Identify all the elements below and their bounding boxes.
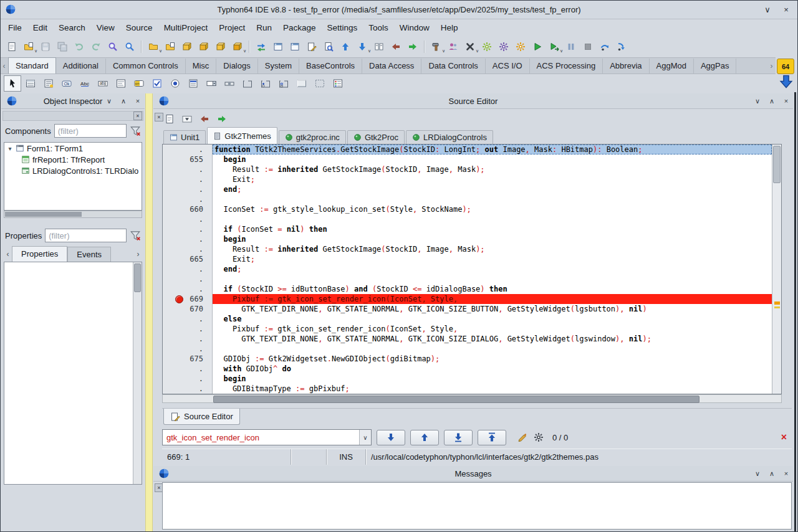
palette-tab-data-access[interactable]: Data Access	[362, 59, 421, 74]
component-tcombobox[interactable]	[203, 75, 220, 92]
run-parameters-button[interactable]: ∨	[445, 39, 461, 54]
menu-view[interactable]: View	[91, 19, 120, 36]
palette-tab-aggmod[interactable]: AggMod	[650, 59, 694, 74]
se-jump-back-button[interactable]	[198, 113, 211, 125]
code-line[interactable]: 665 Exit;	[163, 254, 772, 264]
code-line[interactable]: . Result := inherited GetStockImage(Stoc…	[163, 164, 772, 174]
component-ttogglebox[interactable]: on	[130, 75, 148, 92]
hscroll-thumb[interactable]	[213, 396, 699, 403]
gutter-cell[interactable]: .	[163, 234, 213, 244]
palette-tab-system[interactable]: System	[258, 59, 299, 74]
editor-tab-unit1[interactable]: Unit1	[163, 130, 206, 144]
run-file-button[interactable]: ∨	[546, 39, 562, 54]
oi-menu-button[interactable]: ∨	[105, 97, 113, 105]
menu-multiproject[interactable]: MultiProject	[158, 19, 214, 36]
component-tpanel[interactable]	[293, 75, 310, 92]
gutter-cell[interactable]: 665	[163, 254, 213, 264]
menu-source[interactable]: Source	[120, 19, 158, 36]
component-tcheckbox[interactable]	[148, 75, 166, 92]
se-jump-forward-button[interactable]	[216, 113, 228, 125]
gutter-cell[interactable]: .	[163, 194, 213, 204]
gutter-cell[interactable]: .	[163, 214, 213, 224]
palette-tab-common-controls[interactable]: Common Controls	[106, 59, 186, 74]
tree-hscroll-thumb[interactable]	[5, 212, 82, 217]
goto-top-button[interactable]	[478, 430, 506, 445]
palette-tab-additional[interactable]: Additional	[56, 59, 106, 74]
menu-package[interactable]: Package	[277, 19, 322, 36]
oi-collapse-button[interactable]: ∧	[119, 97, 128, 105]
gutter-cell[interactable]: .	[163, 184, 213, 194]
gutter-cell[interactable]: .	[163, 224, 213, 234]
code-line[interactable]: . begin	[163, 374, 772, 384]
editor-vscrollbar[interactable]	[772, 145, 781, 394]
inspector-tabs-scroll-right[interactable]: ›	[134, 247, 142, 262]
messages-titlebar[interactable]: Messages ∨∧×	[153, 466, 793, 482]
menu-tools[interactable]: Tools	[363, 19, 394, 36]
gutter-cell[interactable]: 669	[163, 294, 213, 304]
component-tmainmenu[interactable]	[22, 75, 39, 92]
source-editor-button[interactable]: ∨	[304, 39, 319, 54]
code-explorer-button[interactable]: ∨	[320, 39, 336, 54]
oi-tab-events[interactable]: Events	[67, 247, 111, 262]
gutter-cell[interactable]: 655	[163, 154, 213, 164]
gutter-cell[interactable]: .	[163, 344, 213, 354]
search-term-combo[interactable]: gtk_icon_set_render_icon ∨	[162, 429, 372, 445]
goto-bottom-button[interactable]	[444, 430, 473, 445]
gutter-cell[interactable]: .	[163, 164, 213, 174]
gutter-cell[interactable]: 675	[163, 354, 213, 364]
gutter-cell[interactable]: .	[163, 244, 213, 254]
menu-file[interactable]: File	[2, 19, 27, 36]
sync-edit-button[interactable]: ∨	[371, 39, 387, 54]
messages-close-button[interactable]: ×	[782, 470, 791, 477]
object-inspector-titlebar[interactable]: Object Inspector ∨∧×	[1, 93, 145, 109]
tree-hscrollbar[interactable]	[4, 211, 142, 218]
clean-build-button[interactable]: ∨	[462, 39, 478, 54]
component-tactionlist[interactable]	[329, 75, 347, 92]
palette-tab-basecontrols[interactable]: BaseControls	[299, 59, 362, 74]
stop-button[interactable]: ∨	[580, 39, 595, 54]
source-editor-titlebar[interactable]: Source Editor ∨∧×	[153, 93, 793, 109]
window-close-button[interactable]: ×	[781, 5, 792, 14]
gutter-cell[interactable]: 660	[163, 204, 213, 214]
se-pages-dropdown[interactable]	[181, 113, 193, 125]
environment-options-button[interactable]: ∨	[512, 39, 528, 54]
code-line[interactable]: . begin	[163, 234, 772, 244]
pause-button[interactable]: ∨	[563, 39, 579, 54]
open-project-button[interactable]: ∨	[145, 39, 161, 54]
oi-page-close-button[interactable]: ×	[133, 112, 142, 120]
gutter-cell[interactable]: .	[163, 145, 213, 154]
component-tradiobutton[interactable]	[166, 75, 184, 92]
filter-funnel-icon[interactable]	[130, 125, 141, 136]
se-close-button[interactable]: ×	[782, 97, 791, 105]
gutter-cell[interactable]: .	[163, 314, 213, 324]
palette-scroll-left[interactable]: ‹	[0, 58, 8, 74]
component-tgroupbox[interactable]	[239, 75, 256, 92]
palette-tab-aggpas[interactable]: AggPas	[694, 59, 737, 74]
jump-back-button[interactable]: ∨	[388, 39, 403, 54]
code-line[interactable]: . Result := inherited GetStockImage(Stoc…	[163, 244, 772, 254]
build-button[interactable]: ∨	[428, 39, 444, 54]
menu-edit[interactable]: Edit	[27, 19, 53, 36]
find-next-button[interactable]	[377, 430, 405, 445]
code-editor[interactable]: .function TGtk2ThemeServices.GetStockIma…	[162, 144, 782, 394]
palette-tab-data-controls[interactable]: Data Controls	[421, 59, 485, 74]
component-tree[interactable]: ▾ Form1: TForm1 ▾ frReport1: TfrReport ▾…	[4, 142, 142, 211]
oi-tab-properties[interactable]: Properties	[12, 246, 67, 262]
oi-dock-stripe[interactable]: ×	[2, 111, 143, 121]
menu-project[interactable]: Project	[213, 19, 251, 36]
component-tmemo[interactable]	[112, 75, 130, 92]
code-line[interactable]: . Pixbuf := gtk_icon_set_render_icon(Ico…	[163, 324, 772, 334]
save-all-button[interactable]: ∨	[54, 39, 70, 54]
component-tpopupmenu[interactable]	[40, 75, 57, 92]
code-line[interactable]: . else	[163, 314, 772, 324]
ide-options-button[interactable]: ∨	[496, 39, 511, 54]
palette-tab-acs-io[interactable]: ACS I/O	[486, 59, 530, 74]
code-line[interactable]: .	[163, 194, 772, 204]
editor-tab-gtk2proc-inc[interactable]: gtk2proc.inc	[279, 130, 346, 144]
gutter-cell[interactable]: .	[163, 374, 213, 384]
code-lines[interactable]: .function TGtk2ThemeServices.GetStockIma…	[163, 145, 772, 394]
open-package-button[interactable]: ∨	[196, 39, 211, 54]
step-over-button[interactable]: ∨	[597, 39, 612, 54]
tree-item-form1[interactable]: ▾ Form1: TForm1	[4, 143, 142, 154]
component-tradiogroup[interactable]	[257, 75, 274, 92]
